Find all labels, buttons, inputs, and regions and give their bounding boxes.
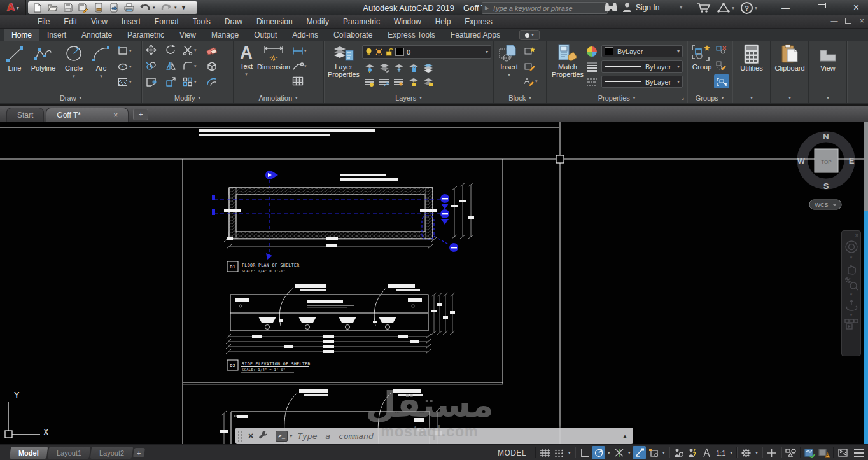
linear-dimension-tool[interactable]: ▾ bbox=[292, 45, 309, 56]
alert-icon[interactable] bbox=[817, 446, 830, 459]
explode-icon[interactable] bbox=[206, 60, 217, 71]
file-tab-goff[interactable]: Goff T*× bbox=[46, 108, 129, 122]
panel-utilities[interactable]: Utilities ▾ bbox=[733, 41, 770, 103]
showmotion-icon[interactable] bbox=[844, 319, 858, 330]
open-from-mobile-icon[interactable] bbox=[92, 2, 106, 13]
layer-freeze-icon[interactable] bbox=[393, 62, 404, 73]
layout-tab-layout2[interactable]: Layout2 bbox=[90, 447, 134, 459]
workspace-gear-icon[interactable] bbox=[739, 446, 753, 459]
qat-customize-icon[interactable]: ▼ bbox=[181, 4, 186, 11]
pan-hand-icon[interactable] bbox=[845, 261, 858, 275]
annotation-visibility-icon[interactable] bbox=[672, 446, 685, 459]
layer-unisolate-icon[interactable] bbox=[378, 62, 389, 73]
open-file-icon[interactable] bbox=[46, 2, 60, 13]
navbar-orbit-dropdown-icon[interactable]: ▾ bbox=[850, 312, 853, 317]
layer-isolate-icon[interactable] bbox=[363, 62, 375, 73]
table-tool[interactable] bbox=[292, 76, 304, 87]
layer-lock-icon[interactable] bbox=[407, 62, 419, 73]
ribbon-minimize-button[interactable]: ▾ bbox=[519, 30, 540, 40]
command-customize-wrench-icon[interactable] bbox=[258, 430, 273, 442]
command-input[interactable]: Type a command bbox=[297, 431, 374, 441]
file-tab-close-icon[interactable]: × bbox=[113, 111, 118, 120]
menu-express[interactable]: Express bbox=[458, 17, 499, 26]
linetype-icon[interactable] bbox=[586, 76, 598, 87]
offset-icon[interactable] bbox=[206, 76, 217, 87]
app-store-cart-icon[interactable] bbox=[697, 3, 711, 13]
panel-label-clipboard[interactable]: ▾ bbox=[771, 93, 808, 103]
array-tool[interactable]: ▾ bbox=[182, 76, 199, 87]
scale-icon[interactable] bbox=[165, 76, 176, 87]
polar-dropdown-icon[interactable]: ▾ bbox=[606, 450, 612, 456]
isolate-objects-icon[interactable] bbox=[784, 446, 797, 459]
panel-clipboard[interactable]: Clipboard ▾ bbox=[771, 41, 808, 103]
close-button[interactable]: × bbox=[853, 3, 859, 13]
leader-tool[interactable]: ▾ bbox=[292, 60, 309, 71]
new-drawing-tab-button[interactable]: + bbox=[133, 109, 148, 120]
ribbon-tab-insert[interactable]: Insert bbox=[39, 29, 74, 41]
ribbon-tab-view[interactable]: View bbox=[172, 29, 204, 41]
viewcube-west[interactable]: W bbox=[797, 156, 806, 165]
menu-view[interactable]: View bbox=[84, 17, 115, 26]
fillet-tool[interactable]: ▾ bbox=[182, 60, 199, 71]
dimension-button[interactable]: Dimension bbox=[258, 44, 290, 71]
create-block-icon[interactable] bbox=[524, 45, 536, 56]
group-selection-toggle[interactable] bbox=[714, 74, 729, 88]
customize-icon[interactable] bbox=[850, 449, 868, 457]
menu-parametric[interactable]: Parametric bbox=[336, 17, 387, 26]
copy-icon[interactable] bbox=[145, 60, 157, 71]
menu-help[interactable]: Help bbox=[428, 17, 458, 26]
minimize-button[interactable]: — bbox=[781, 4, 790, 12]
doc-minimize-button[interactable]: — bbox=[830, 17, 837, 24]
layer-unlock-tool-icon[interactable] bbox=[407, 77, 419, 88]
crosshair-icon[interactable] bbox=[765, 446, 778, 459]
menu-draw[interactable]: Draw bbox=[218, 17, 249, 26]
layer-walk-icon[interactable] bbox=[393, 77, 404, 88]
menu-file[interactable]: File bbox=[31, 17, 57, 26]
command-prompt-icon[interactable]: >_ bbox=[276, 431, 288, 442]
redo-dropdown-icon[interactable]: ▾ bbox=[174, 5, 179, 10]
annotation-autoscale-icon[interactable] bbox=[686, 446, 699, 459]
navigation-wheel-icon[interactable] bbox=[844, 240, 858, 254]
ribbon-tab-addins[interactable]: Add-ins bbox=[284, 29, 326, 41]
orbit-icon[interactable] bbox=[844, 298, 858, 311]
panel-label-layers[interactable]: Layers▾ bbox=[324, 93, 493, 103]
arc-button[interactable]: Arc▾ bbox=[89, 44, 113, 80]
match-properties-button[interactable]: MatchProperties bbox=[549, 44, 586, 78]
viewcube-east[interactable]: E bbox=[849, 156, 855, 165]
rectangle-tool[interactable]: ▾ bbox=[117, 45, 134, 56]
object-snap-icon[interactable] bbox=[633, 446, 646, 459]
layer-make-current-icon[interactable] bbox=[363, 77, 375, 88]
search-binoculars-icon[interactable] bbox=[604, 2, 618, 15]
layer-selector-dropdown[interactable]: 0 ▾ bbox=[362, 45, 491, 59]
color-dropdown[interactable]: ByLayer ▾ bbox=[601, 45, 683, 57]
polar-tracking-icon[interactable] bbox=[592, 446, 605, 459]
lineweight-dropdown[interactable]: ByLayer ▾ bbox=[601, 60, 683, 73]
insert-button[interactable]: Insert▾ bbox=[496, 44, 522, 79]
stretch-icon[interactable] bbox=[145, 76, 157, 87]
layer-color-swatch[interactable] bbox=[395, 48, 404, 56]
doc-restore-button[interactable] bbox=[845, 18, 851, 24]
panel-label-modify[interactable]: Modify▾ bbox=[142, 93, 233, 103]
object-snap-tracking-icon[interactable] bbox=[612, 446, 626, 459]
restore-button[interactable] bbox=[818, 4, 825, 11]
panel-label-block[interactable]: Block▾ bbox=[494, 93, 546, 103]
group-button[interactable]: Group bbox=[689, 44, 715, 71]
annotation-monitor-dropdown-icon[interactable]: ▾ bbox=[661, 450, 666, 456]
drawing-canvas[interactable]: D1 FLOOR PLAN OF SHELTER SCALE: 1/4" = 1… bbox=[0, 122, 868, 444]
ungroup-icon[interactable] bbox=[715, 45, 727, 55]
polyline-button[interactable]: Polyline bbox=[27, 44, 60, 72]
model-space-indicator[interactable]: MODEL bbox=[491, 449, 533, 457]
menu-window[interactable]: Window bbox=[387, 17, 428, 26]
command-history-icon[interactable]: ▲ bbox=[622, 433, 633, 440]
layer-previous-icon[interactable] bbox=[378, 77, 389, 88]
layer-properties-button[interactable]: LayerProperties bbox=[326, 44, 361, 78]
line-button[interactable]: Line bbox=[3, 44, 27, 72]
ribbon-tab-parametric[interactable]: Parametric bbox=[120, 29, 172, 41]
object-color-icon[interactable] bbox=[586, 46, 598, 57]
menu-modify[interactable]: Modify bbox=[300, 17, 336, 26]
menu-tools[interactable]: Tools bbox=[186, 17, 218, 26]
snap-dropdown-icon[interactable]: ▾ bbox=[566, 450, 572, 456]
undo-dropdown-icon[interactable]: ▾ bbox=[153, 5, 158, 10]
move-icon[interactable] bbox=[145, 45, 157, 55]
ribbon-tab-home[interactable]: Home bbox=[4, 29, 39, 41]
